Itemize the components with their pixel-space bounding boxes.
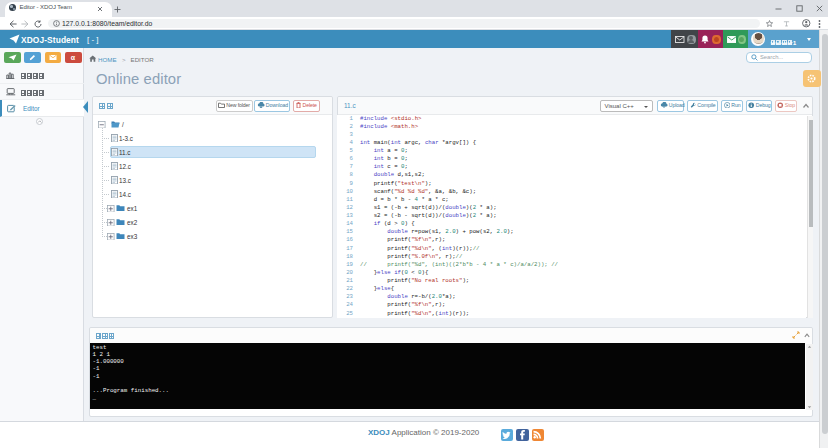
- svg-text:α: α: [71, 54, 76, 61]
